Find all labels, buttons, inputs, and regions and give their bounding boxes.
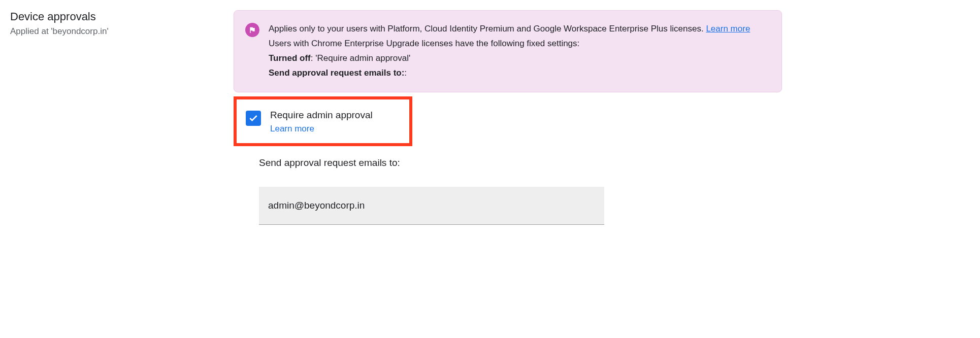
email-label: Send approval request emails to: xyxy=(259,157,782,168)
checkbox-label-group: Require admin approval Learn more xyxy=(270,110,373,134)
info-line-1-text: Applies only to your users with Platform… xyxy=(269,24,706,33)
require-admin-approval-checkbox[interactable] xyxy=(246,111,261,126)
info-line-2: Users with Chrome Enterprise Upgrade lic… xyxy=(269,37,750,51)
check-icon xyxy=(248,113,258,123)
flag-icon xyxy=(245,23,259,37)
info-learn-more-link[interactable]: Learn more xyxy=(706,24,750,33)
section-title: Device approvals xyxy=(10,10,234,23)
left-column: Device approvals Applied at 'beyondcorp.… xyxy=(10,10,234,225)
info-line-4: Send approval request emails to:: xyxy=(269,66,750,81)
email-section: Send approval request emails to: xyxy=(234,157,782,225)
require-admin-approval-row: Require admin approval Learn more xyxy=(234,96,412,146)
send-emails-label: Send approval request emails to: xyxy=(269,68,404,78)
info-line-3: Turned off: 'Require admin approval' xyxy=(269,51,750,66)
device-approvals-section: Device approvals Applied at 'beyondcorp.… xyxy=(10,10,970,225)
send-emails-value: : xyxy=(404,68,407,78)
require-admin-approval-label: Require admin approval xyxy=(270,110,373,121)
info-banner: Applies only to your users with Platform… xyxy=(234,10,782,92)
right-column: Applies only to your users with Platform… xyxy=(234,10,782,225)
applied-at-text: Applied at 'beyondcorp.in' xyxy=(10,26,234,37)
approval-email-input[interactable] xyxy=(259,187,604,225)
turned-off-value: : 'Require admin approval' xyxy=(311,53,410,63)
info-line-1: Applies only to your users with Platform… xyxy=(269,22,750,37)
setting-learn-more-link[interactable]: Learn more xyxy=(270,124,373,134)
info-text: Applies only to your users with Platform… xyxy=(269,22,750,81)
turned-off-label: Turned off xyxy=(269,53,311,63)
